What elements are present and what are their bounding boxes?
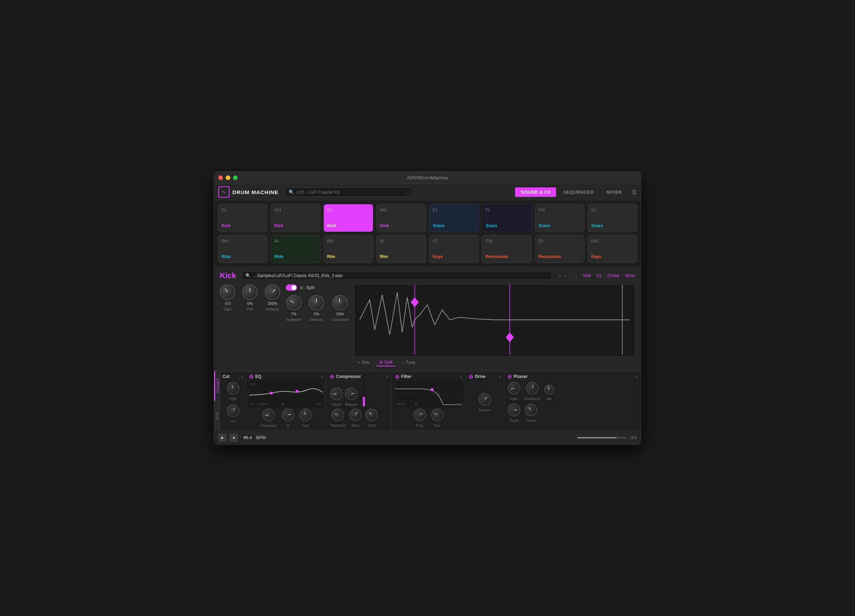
filter-power-icon[interactable]: ⏻ [395,374,399,378]
waveform-display [354,285,635,357]
phaser-depth-knob[interactable] [508,404,520,416]
pad-c1[interactable]: C1 Kick [218,204,268,232]
phaser-mix-knob[interactable] [544,385,554,394]
save-icon[interactable]: ⬚ [404,189,409,195]
close-button[interactable] [218,175,223,180]
pad-cs2[interactable]: C#2 Percussion [482,235,532,263]
phaser-rate-knob[interactable] [508,382,520,394]
phaser-feedback-knob[interactable] [526,382,539,394]
phaser-center-knob[interactable] [524,404,537,416]
play-button[interactable]: ▶ [218,434,227,442]
comp-threshold-knob[interactable] [331,409,344,421]
minimize-button[interactable] [226,175,230,180]
comp-release-knob[interactable] [345,388,357,400]
eq-gain-knob[interactable] [299,409,312,421]
split-icon: ⊞ [379,360,383,365]
phaser-top-row: Rate Feedback Mix [508,382,637,401]
comp-power-icon[interactable]: ⏻ [330,374,334,378]
pad-d2[interactable]: D2 Percussion [535,235,585,263]
comp-gain-knob[interactable] [365,409,378,421]
logo: ∿ DRUM MACHINE [218,186,279,198]
velocity-knob[interactable] [265,285,280,300]
eq-collapse[interactable]: ‹ [321,374,323,379]
drive-amount-knob[interactable] [478,393,491,406]
bpm-value[interactable]: 95.0 [241,434,254,441]
nav-sequencer[interactable]: SEQUENCER [558,187,599,197]
filter-knobs: Freq Res [395,409,461,428]
eq-q-knob[interactable] [282,409,294,421]
velocity-value: 100% [268,301,277,305]
eq-frequency-knob[interactable] [262,409,275,421]
nav-buttons: SOUND & FX SEQUENCER MIXER ☰ [515,187,637,197]
search-input[interactable] [296,190,402,195]
pad-d1[interactable]: D1 Kick [323,204,373,232]
filter-header: ⏻ Filter ‹ [395,374,461,379]
stop-button[interactable]: ■ [230,434,238,442]
pad-b1[interactable]: B1 Rim [376,235,426,263]
comp-attack-knob[interactable] [330,388,343,400]
pad-ds1[interactable]: D#1 Kick [376,204,426,232]
drive-amount-group: Amount [478,393,491,412]
velocity-group: 100% Velocity [265,285,280,311]
nav-mixer[interactable]: MIXER [601,187,628,197]
phaser-power-icon[interactable]: ⏻ [508,374,512,378]
svg-point-12 [431,388,434,391]
drive-collapse[interactable]: ‹ [499,374,500,379]
phaser-mix-label: Mix [546,397,552,401]
comp-collapse[interactable]: ‹ [386,374,388,379]
split-toggle[interactable] [286,285,297,291]
eq-q-group: Q [282,409,294,428]
nav-sound-fx[interactable]: SOUND & FX [515,187,556,197]
crossfade-knob[interactable] [332,295,348,311]
pan-knob[interactable] [242,285,258,300]
pad-f1[interactable]: F1 Snare [482,204,532,232]
pad-e1[interactable]: E1 Snare [429,204,479,232]
pad-cs1[interactable]: C#1 Kick [270,204,320,232]
velocity2-knob[interactable] [309,295,324,311]
velocity2-value: 0% [314,312,319,316]
pad-ds2[interactable]: D#2 Keys [587,235,637,263]
tab-split[interactable]: ⊞ Split [377,359,395,366]
folder-icon[interactable]: ⬚ [573,273,577,278]
pan-group: 0% Pan [242,285,258,311]
menu-icon[interactable]: ☰ [632,189,637,196]
slider-track[interactable] [577,437,627,438]
pad-c2[interactable]: C2 Keys [429,235,479,263]
maximize-button[interactable] [233,175,238,180]
eq-knobs: Frequency Q Gain [249,409,323,428]
gain-knob[interactable] [220,285,235,300]
cut-collapse[interactable]: ‹ [242,374,243,379]
next-arrow[interactable]: › [563,273,567,279]
pad-gs1[interactable]: G#1 Ride [218,235,268,263]
filter-freq-knob[interactable] [414,409,426,421]
high-knob[interactable] [227,382,239,394]
comp-title-text: Compressor [336,374,361,379]
comp-attack-label: Attack [331,403,342,406]
comp-ratio-knob[interactable] [349,409,362,421]
search-bar[interactable]: 🔍 ⬚ [285,187,412,196]
low-knob[interactable] [227,405,239,417]
splitpoint-knob[interactable] [286,295,302,311]
crossfade-label: Crossfade [331,317,349,322]
pan-label: Pan [247,307,253,311]
eq-power-icon[interactable]: ⏻ [249,374,253,378]
filter-collapse[interactable]: ‹ [460,374,461,379]
phaser-collapse[interactable]: ‹ [636,374,637,379]
fx-panel-drive: ⏻ Drive ‹ Amount [466,371,504,431]
body-section: Body [214,401,220,431]
eq-display: +12 -12 100Hz 1k 10k [249,382,323,406]
tab-env[interactable]: ∿ Env [354,359,372,366]
tab-tune[interactable]: ♪ Tune [399,359,418,366]
pad-g1[interactable]: G1 Snare [587,204,637,232]
pad-a1[interactable]: A1 Ride [270,235,320,263]
velocity-label: Velocity [266,307,279,311]
svg-point-9 [296,390,299,393]
gain-value: -0.0 [224,301,231,305]
drive-power-icon[interactable]: ⏻ [469,374,473,378]
filter-res-knob[interactable] [431,409,444,421]
sound-file-bar[interactable]: 🔍 ...Samples/LoFi/LoFi Classic Kit/33_Ki… [242,271,552,280]
pad-fs1[interactable]: F#1 Snare [535,204,585,232]
pad-bb1[interactable]: Bb1 Rim [323,235,373,263]
pan-value: 0% [247,301,253,305]
prev-arrow[interactable]: ‹ [558,273,562,279]
